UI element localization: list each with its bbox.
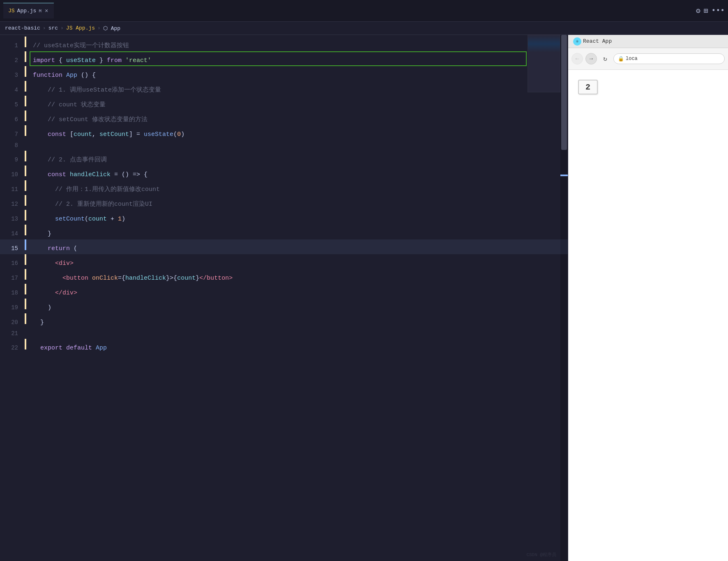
gutter-10: [25, 166, 26, 176]
line-content-6: // setCount 修改状态变量的方法: [30, 115, 568, 125]
browser-title-bar: ⚛ React App: [568, 35, 728, 48]
code-line-2: 2 import { useState } from 'react': [0, 51, 568, 66]
line-content-11: // 作用：1.用传入的新值修改count: [30, 184, 568, 195]
watermark: CSDN @程序员: [526, 552, 556, 558]
code-area: 1 // useState实现一个计数器按钮 2 import { useSta…: [0, 35, 568, 561]
line-content-17: <button onClick={handleClick}>{count}</b…: [30, 273, 568, 284]
line-number-5: 5: [0, 99, 25, 110]
line-number-2: 2: [0, 55, 25, 66]
code-line-22: 22 export default App: [0, 339, 568, 354]
gutter-15: [25, 239, 26, 250]
line-content-18: </div>: [30, 288, 568, 299]
line-number-12: 12: [0, 199, 25, 209]
gutter-22: [25, 339, 26, 349]
gutter-20: [25, 313, 26, 324]
code-line-13: 13 setCount(count + 1): [0, 210, 568, 225]
code-line-4: 4 // 1. 调用useState添加一个状态变量: [0, 81, 568, 96]
gutter-18: [25, 284, 26, 294]
gutter-11: [25, 180, 26, 191]
more-actions-icon[interactable]: •••: [712, 7, 725, 15]
code-line-1: 1 // useState实现一个计数器按钮: [0, 37, 568, 51]
line-content-14: }: [30, 229, 568, 239]
breadcrumb-react-basic[interactable]: react-basic: [5, 25, 40, 31]
tab-appjs[interactable]: JS App.js M ×: [3, 3, 54, 18]
tab-close-button[interactable]: ×: [44, 7, 49, 15]
browser-forward-button[interactable]: →: [585, 53, 597, 64]
code-line-12: 12 // 2. 重新使用新的count渲染UI: [0, 195, 568, 210]
browser-refresh-button[interactable]: ↻: [599, 53, 611, 64]
line-number-13: 13: [0, 214, 25, 224]
line-content-5: // count 状态变量: [30, 100, 568, 110]
tab-bar: JS App.js M × ⚙ ⊞ •••: [0, 0, 728, 22]
code-line-3: 3 function App () {: [0, 66, 568, 81]
gutter-2: [25, 51, 26, 62]
breadcrumb-appjs[interactable]: JS App.js: [66, 25, 95, 31]
code-line-7: 7 const [count, setCount] = useState(0): [0, 125, 568, 140]
browser-nav-bar: ← → ↻ 🔒 loca: [568, 48, 728, 70]
gutter-16: [25, 254, 26, 265]
main-content: 1 // useState实现一个计数器按钮 2 import { useSta…: [0, 35, 728, 561]
line-content-2: import { useState } from 'react': [30, 55, 568, 66]
gutter-1: [25, 37, 26, 47]
react-counter-button[interactable]: 2: [578, 80, 598, 94]
line-number-4: 4: [0, 85, 25, 95]
code-line-6: 6 // setCount 修改状态变量的方法: [0, 110, 568, 125]
code-line-11: 11 // 作用：1.用传入的新值修改count: [0, 180, 568, 195]
browser-panel: ⚛ React App ← → ↻ 🔒 loca 2: [568, 35, 728, 561]
gutter-9: [25, 151, 26, 161]
address-text: loca: [626, 56, 638, 62]
code-lines: 1 // useState实现一个计数器按钮 2 import { useSta…: [0, 35, 568, 354]
gutter-14: [25, 225, 26, 235]
line-content-13: setCount(count + 1): [30, 214, 568, 225]
line-number-9: 9: [0, 154, 25, 165]
refresh-icon: ↻: [603, 55, 607, 63]
gutter-4: [25, 81, 26, 92]
line-number-22: 22: [0, 343, 25, 353]
gutter-19: [25, 299, 26, 309]
line-number-14: 14: [0, 228, 25, 239]
code-line-15: 15 return (: [0, 239, 568, 254]
line-content-1: // useState实现一个计数器按钮: [30, 41, 568, 51]
line-number-10: 10: [0, 169, 25, 180]
breadcrumb-app[interactable]: ⬡ App: [103, 25, 120, 32]
source-control-icon[interactable]: ⚙: [696, 6, 700, 15]
line-number-8: 8: [0, 140, 25, 151]
code-line-17: 17 <button onClick={handleClick}>{count}…: [0, 269, 568, 284]
browser-back-button[interactable]: ←: [571, 53, 583, 64]
line-content-15: return (: [30, 244, 568, 254]
gutter-12: [25, 195, 26, 206]
breadcrumb-src[interactable]: src: [48, 25, 58, 31]
minimap-content: [528, 35, 560, 92]
line-number-16: 16: [0, 258, 25, 269]
split-editor-icon[interactable]: ⊞: [704, 6, 708, 15]
tab-label: App.js: [17, 8, 37, 14]
address-lock-icon: 🔒: [618, 56, 624, 62]
code-line-18: 18 </div>: [0, 284, 568, 299]
gutter-3: [25, 66, 26, 77]
line-content-9: // 2. 点击事件回调: [30, 155, 568, 166]
line-content-16: <div>: [30, 258, 568, 269]
line-content-10: const handleClick = () => {: [30, 170, 568, 180]
code-line-5: 5 // count 状态变量: [0, 96, 568, 110]
line-content-20: }: [30, 317, 568, 328]
code-line-10: 10 const handleClick = () => {: [0, 166, 568, 180]
line-content-3: function App () {: [30, 70, 568, 81]
code-line-8: 8: [0, 140, 568, 151]
line-number-11: 11: [0, 184, 25, 195]
gutter-17: [25, 269, 26, 280]
line-content-4: // 1. 调用useState添加一个状态变量: [30, 85, 568, 96]
line-content-7: const [count, setCount] = useState(0): [30, 129, 568, 140]
browser-tab-title: React App: [583, 38, 612, 44]
tab-modified-indicator: M: [39, 9, 41, 14]
forward-icon: →: [590, 55, 593, 62]
breadcrumb: react-basic › src › JS App.js › ⬡ App: [0, 22, 728, 35]
line-content-22: export default App: [30, 343, 568, 354]
code-line-20: 20 }: [0, 313, 568, 328]
line-number-18: 18: [0, 287, 25, 298]
editor-panel: 1 // useState实现一个计数器按钮 2 import { useSta…: [0, 35, 568, 561]
back-icon: ←: [576, 55, 579, 62]
code-line-21: 21: [0, 328, 568, 339]
browser-address-bar[interactable]: 🔒 loca: [613, 53, 725, 64]
line-content-12: // 2. 重新使用新的count渲染UI: [30, 199, 568, 210]
gutter-7: [25, 125, 26, 136]
